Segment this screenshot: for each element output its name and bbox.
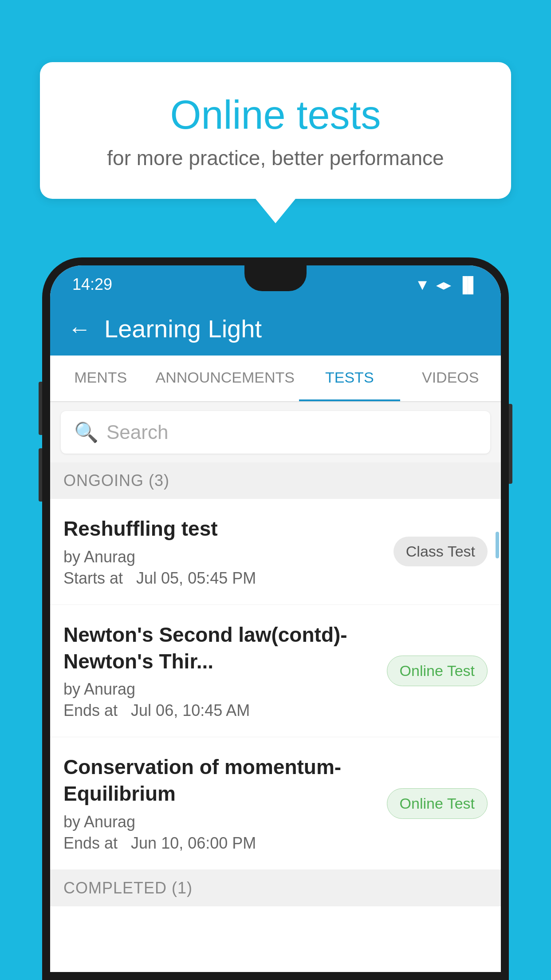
test-title-1: Reshuffling test xyxy=(63,516,385,542)
speech-bubble-container: Online tests for more practice, better p… xyxy=(40,62,511,223)
phone-container: 14:29 ▼ ◂▸ ▐▌ ← Learning Light MENTS ANN… xyxy=(42,257,509,980)
test-badge-2: Online Test xyxy=(387,656,488,686)
test-info-1: Reshuffling test by Anurag Starts at Jul… xyxy=(63,516,394,588)
test-info-3: Conservation of momentum-Equilibrium by … xyxy=(63,754,387,853)
test-time-1: Starts at Jul 05, 05:45 PM xyxy=(63,569,385,588)
test-title-3: Conservation of momentum-Equilibrium xyxy=(63,754,378,807)
status-icons: ▼ ◂▸ ▐▌ xyxy=(415,276,479,293)
signal-icon: ◂▸ xyxy=(436,276,451,293)
test-item-1[interactable]: Reshuffling test by Anurag Starts at Jul… xyxy=(50,499,501,605)
test-time-3: Ends at Jun 10, 06:00 PM xyxy=(63,834,378,853)
app-bar-title: Learning Light xyxy=(104,314,262,343)
phone-frame: 14:29 ▼ ◂▸ ▐▌ ← Learning Light MENTS ANN… xyxy=(42,257,509,980)
search-container: 🔍 Search xyxy=(50,402,501,462)
test-list: Reshuffling test by Anurag Starts at Jul… xyxy=(50,499,501,870)
test-time-2: Ends at Jul 06, 10:45 AM xyxy=(63,701,378,720)
search-icon: 🔍 xyxy=(74,421,98,444)
tab-ments[interactable]: MENTS xyxy=(50,356,151,401)
battery-icon: ▐▌ xyxy=(457,276,479,293)
test-title-2: Newton's Second law(contd)-Newton's Thir… xyxy=(63,622,378,675)
tab-tests[interactable]: TESTS xyxy=(299,356,400,401)
wifi-icon: ▼ xyxy=(415,276,430,293)
tabs-bar: MENTS ANNOUNCEMENTS TESTS VIDEOS xyxy=(50,356,501,402)
search-placeholder: Search xyxy=(106,421,168,443)
test-author-3: by Anurag xyxy=(63,813,378,831)
camera-notch xyxy=(244,265,307,291)
bubble-arrow xyxy=(256,199,295,223)
volume-down-button[interactable] xyxy=(39,448,42,502)
ongoing-section-header: ONGOING (3) xyxy=(50,462,501,499)
bubble-title: Online tests xyxy=(67,93,484,137)
search-bar[interactable]: 🔍 Search xyxy=(61,411,490,454)
test-info-2: Newton's Second law(contd)-Newton's Thir… xyxy=(63,622,387,720)
tab-videos[interactable]: VIDEOS xyxy=(400,356,501,401)
status-time: 14:29 xyxy=(72,275,112,294)
power-button[interactable] xyxy=(509,404,512,484)
test-author-2: by Anurag xyxy=(63,680,378,699)
test-badge-3: Online Test xyxy=(387,788,488,819)
test-author-1: by Anurag xyxy=(63,548,385,566)
test-item-3[interactable]: Conservation of momentum-Equilibrium by … xyxy=(50,737,501,870)
scroll-indicator[interactable] xyxy=(496,532,499,558)
completed-section-header: COMPLETED (1) xyxy=(50,870,501,906)
phone-screen: 14:29 ▼ ◂▸ ▐▌ ← Learning Light MENTS ANN… xyxy=(50,265,501,972)
speech-bubble: Online tests for more practice, better p… xyxy=(40,62,511,199)
back-button[interactable]: ← xyxy=(68,316,91,342)
completed-label: COMPLETED (1) xyxy=(63,879,193,897)
test-badge-1: Class Test xyxy=(394,537,488,566)
ongoing-label: ONGOING (3) xyxy=(63,471,169,490)
volume-up-button[interactable] xyxy=(39,382,42,435)
bubble-subtitle: for more practice, better performance xyxy=(67,146,484,170)
app-bar: ← Learning Light xyxy=(50,302,501,356)
test-item-2[interactable]: Newton's Second law(contd)-Newton's Thir… xyxy=(50,605,501,738)
tab-announcements[interactable]: ANNOUNCEMENTS xyxy=(151,356,299,401)
